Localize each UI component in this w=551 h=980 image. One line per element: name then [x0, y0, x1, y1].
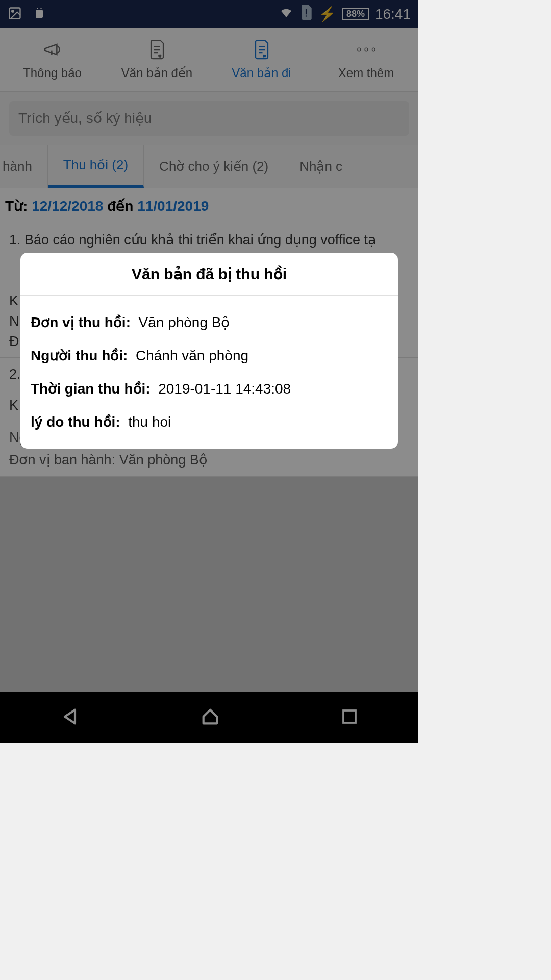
modal-row-unit: Đơn vị thu hồi: Văn phòng Bộ	[31, 306, 388, 339]
recall-modal: Văn bản đã bị thu hồi Đơn vị thu hồi: Vă…	[20, 253, 398, 449]
modal-row-person: Người thu hồi: Chánh văn phòng	[31, 339, 388, 372]
modal-row-time: Thời gian thu hồi: 2019-01-11 14:43:08	[31, 372, 388, 405]
modal-row-reason: lý do thu hồi: thu hoi	[31, 405, 388, 438]
modal-title: Văn bản đã bị thu hồi	[20, 253, 398, 296]
